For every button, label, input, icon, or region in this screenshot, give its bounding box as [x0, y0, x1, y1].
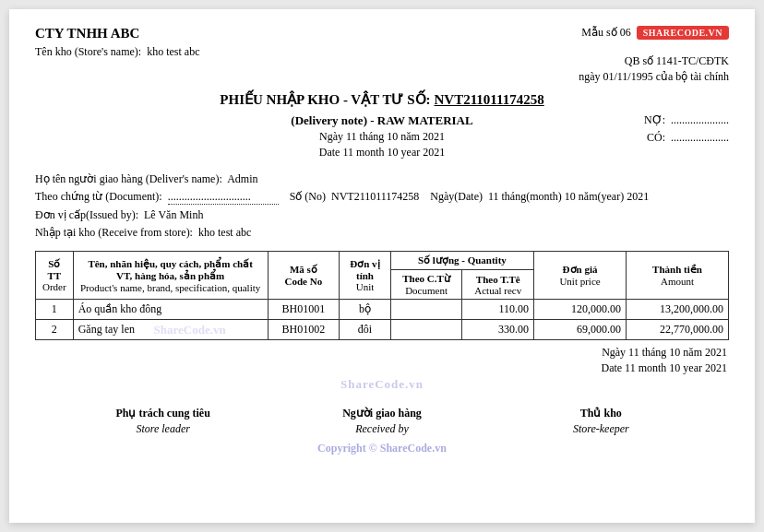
doc-title: PHIẾU NHẬP KHO - VẬT TƯ SỐ:: [220, 92, 430, 107]
signer1-title: Phụ trách cung tiêu: [54, 407, 272, 420]
qb-so: QB số 1141-TC/CĐTK: [579, 54, 729, 68]
store-name: Tên kho (Store's name): kho test abc: [35, 45, 199, 59]
signer3-sub: Store-keeper: [492, 422, 710, 436]
signer3-title: Thủ kho: [492, 407, 710, 420]
row2-ten-hang: Găng tay len ShareCode.vn: [73, 320, 268, 340]
no-label: NỢ:: [644, 113, 665, 126]
document-line: Theo chứng từ (Document): ..............…: [35, 190, 729, 205]
sharecode-badge: SHARECODE.VN: [637, 26, 729, 40]
receive-line: Nhập tại kho (Receive from store): kho t…: [35, 226, 729, 240]
company-info: CTY TNHH ABC Tên kho (Store's name): kho…: [35, 26, 199, 59]
row1-ten-hang: Áo quần kho đông: [73, 300, 268, 320]
row2-thanh-tien: 22,770,000.00: [626, 320, 728, 340]
row2-theo-tte: 330.00: [462, 320, 534, 340]
doc-title-section: PHIẾU NHẬP KHO - VẬT TƯ SỐ: NVT211011174…: [35, 91, 729, 108]
no-dots: .....................: [671, 113, 729, 126]
header-row: CTY TNHH ABC Tên kho (Store's name): kho…: [35, 26, 729, 84]
no-co-section: NỢ: ..................... CÓ: ..........…: [581, 113, 729, 148]
issued-line: Đơn vị cấp(Issued by): Lê Văn Minh: [35, 208, 729, 222]
row2-don-vi: đôi: [340, 320, 390, 340]
ngay-text: ngày 01/11/1995 của bộ tài chính: [579, 70, 729, 84]
top-right: Mẫu số 06 SHARECODE.VN QB số 1141-TC/CĐT…: [579, 26, 729, 84]
row1-ma-so: BH01001: [268, 300, 340, 320]
company-name: CTY TNHH ABC: [35, 26, 199, 41]
no-line: NỢ: .....................: [581, 113, 729, 127]
items-table: SốTTOrder Tên, nhãn hiệu, quy cách, phẩm…: [35, 251, 729, 340]
doc-number: NVT211011174258: [435, 92, 544, 107]
signer2: Người giao hàng Received by: [272, 407, 491, 436]
signer1-sub: Store leader: [54, 422, 272, 436]
signer2-title: Người giao hàng: [272, 407, 491, 420]
subtitle-center: (Delivery note) - RAW MATERIAL Ngày 11 t…: [183, 113, 581, 160]
mau-so-label: Mẫu số 06: [581, 26, 630, 40]
signer3: Thủ kho Store-keeper: [492, 407, 710, 436]
table-section: SốTTOrder Tên, nhãn hiệu, quy cách, phẩm…: [35, 251, 729, 340]
sharecode-watermark-mid: ShareCode.vn: [35, 377, 729, 392]
th-thanh-tien: Thành tiềnAmount: [626, 252, 728, 300]
footer-dates: Ngày 11 tháng 10 năm 2021 Date 11 month …: [35, 346, 729, 375]
row2-ma-so: BH01002: [268, 320, 340, 340]
th-so-luong: Số lượng - Quantity: [390, 252, 533, 270]
date-line-en: Date 11 month 10 year 2021: [183, 146, 581, 160]
row2-theo-ctu: [390, 320, 462, 340]
th-theo-tte: Theo T.TêActual recv: [462, 270, 534, 300]
row1-don-vi: bộ: [340, 300, 390, 320]
row1-don-gia: 120,000.00: [534, 300, 627, 320]
th-ten-hang: Tên, nhãn hiệu, quy cách, phẩm chấtVT, h…: [73, 252, 268, 300]
co-label: CÓ:: [647, 131, 665, 144]
delivery-note: (Delivery note) - RAW MATERIAL: [183, 113, 581, 128]
th-don-gia: Đơn giáUnit price: [534, 252, 627, 300]
signer2-sub: Received by: [272, 422, 491, 436]
document: CTY TNHH ABC Tên kho (Store's name): kho…: [9, 9, 755, 523]
copyright-footer: Copyright © ShareCode.vn: [35, 442, 729, 455]
row1-theo-ctu: [390, 300, 462, 320]
deliverer-line: Họ tên người giao hàng (Deliver's name):…: [35, 172, 729, 186]
co-line: CÓ: .....................: [581, 131, 729, 145]
th-ma-so: Mã sốCode No: [268, 252, 340, 300]
info-section: Họ tên người giao hàng (Deliver's name):…: [35, 172, 729, 240]
subtitle-row: (Delivery note) - RAW MATERIAL Ngày 11 t…: [35, 113, 729, 160]
footer-date-en: Date 11 month 10 year 2021: [35, 361, 727, 375]
row2-don-gia: 69,000.00: [534, 320, 627, 340]
row1-theo-tte: 110.00: [462, 300, 534, 320]
table-row: 2 Găng tay len ShareCode.vn BH01002 đôi …: [36, 320, 729, 340]
footer-date-vn: Ngày 11 tháng 10 năm 2021: [35, 346, 727, 360]
signer1: Phụ trách cung tiêu Store leader: [54, 407, 272, 436]
table-row: 1 Áo quần kho đông BH01001 bộ 110.00 120…: [36, 300, 729, 320]
row1-stt: 1: [36, 300, 74, 320]
th-don-vi: Đơn vịtínhUnit: [340, 252, 390, 300]
signers-row: Phụ trách cung tiêu Store leader Người g…: [35, 407, 729, 436]
row1-thanh-tien: 13,200,000.00: [626, 300, 728, 320]
row2-stt: 2: [36, 320, 74, 340]
date-line-vn: Ngày 11 tháng 10 năm 2021: [183, 130, 581, 144]
th-theo-ctu: Theo C.TừDocument: [390, 270, 462, 300]
co-dots: .....................: [671, 131, 729, 144]
th-stt: SốTTOrder: [36, 252, 74, 300]
